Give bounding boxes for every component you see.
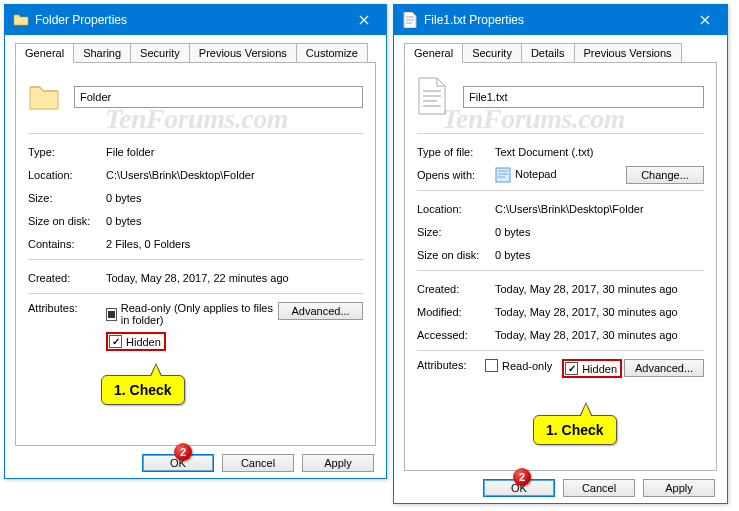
file-properties-dialog: File1.txt Properties General Security De… (393, 4, 728, 504)
separator (417, 190, 704, 191)
value-location: C:\Users\Brink\Desktop\Folder (495, 203, 704, 215)
value-type: File folder (106, 146, 363, 158)
change-button[interactable]: Change... (626, 166, 704, 184)
label-location: Location: (417, 203, 495, 215)
hidden-checkbox[interactable]: Hidden (109, 335, 161, 348)
value-accessed: Today, May 28, 2017, 30 minutes ago (495, 329, 704, 341)
value-contains: 2 Files, 0 Folders (106, 238, 363, 250)
label-type: Type: (28, 146, 106, 158)
label-attributes: Attributes: (28, 302, 106, 314)
tab-security[interactable]: Security (130, 43, 190, 62)
label-modified: Modified: (417, 306, 495, 318)
tab-previous-versions[interactable]: Previous Versions (189, 43, 297, 62)
folder-properties-dialog: Folder Properties General Sharing Securi… (4, 4, 387, 479)
label-attributes: Attributes: (417, 359, 485, 371)
separator (28, 133, 363, 134)
tab-panel-general: Type of file:Text Document (.txt) Opens … (404, 62, 717, 471)
value-modified: Today, May 28, 2017, 30 minutes ago (495, 306, 704, 318)
tab-general[interactable]: General (404, 43, 463, 63)
name-input[interactable] (74, 86, 363, 108)
value-type-of-file: Text Document (.txt) (495, 146, 704, 158)
step-2-badge: 2 (174, 443, 192, 461)
apply-button[interactable]: Apply (643, 479, 715, 497)
value-opens-with: Notepad (495, 167, 626, 183)
cancel-button[interactable]: Cancel (563, 479, 635, 497)
close-button[interactable] (682, 5, 727, 35)
value-size: 0 bytes (495, 226, 704, 238)
step-2-badge: 2 (513, 468, 531, 486)
checkbox-indeterminate-icon (106, 308, 117, 321)
tab-details[interactable]: Details (521, 43, 575, 62)
folder-large-icon (28, 77, 60, 117)
value-size-on-disk: 0 bytes (495, 249, 704, 261)
text-file-icon (402, 12, 418, 28)
value-size: 0 bytes (106, 192, 363, 204)
label-size-on-disk: Size on disk: (28, 215, 106, 227)
hidden-label: Hidden (126, 336, 161, 348)
checkbox-checked-icon (109, 335, 122, 348)
checkbox-empty-icon (485, 359, 498, 372)
tab-sharing[interactable]: Sharing (73, 43, 131, 62)
label-contains: Contains: (28, 238, 106, 250)
window-title: File1.txt Properties (424, 13, 524, 27)
separator (417, 350, 704, 351)
notepad-icon (495, 167, 511, 183)
label-size: Size: (417, 226, 495, 238)
separator (417, 133, 704, 134)
tab-general[interactable]: General (15, 43, 74, 63)
separator (417, 270, 704, 271)
folder-icon (13, 12, 29, 28)
readonly-checkbox[interactable]: Read-only (Only applies to files in fold… (106, 302, 278, 326)
svg-rect-0 (496, 168, 510, 182)
label-location: Location: (28, 169, 106, 181)
label-accessed: Accessed: (417, 329, 495, 341)
readonly-label: Read-only (Only applies to files in fold… (121, 302, 278, 326)
tabs: General Sharing Security Previous Versio… (15, 43, 376, 62)
titlebar: File1.txt Properties (394, 5, 727, 35)
readonly-checkbox[interactable]: Read-only (485, 359, 552, 372)
window-title: Folder Properties (35, 13, 127, 27)
tab-customize[interactable]: Customize (296, 43, 368, 62)
callout-check: 1. Check (101, 375, 185, 405)
label-size-on-disk: Size on disk: (417, 249, 495, 261)
hidden-label: Hidden (582, 363, 617, 375)
callout-check: 1. Check (533, 415, 617, 445)
name-input[interactable] (463, 86, 704, 108)
tab-security[interactable]: Security (462, 43, 522, 62)
label-size: Size: (28, 192, 106, 204)
value-created: Today, May 28, 2017, 22 minutes ago (106, 272, 363, 284)
close-button[interactable] (341, 5, 386, 35)
apply-button[interactable]: Apply (302, 454, 374, 472)
value-created: Today, May 28, 2017, 30 minutes ago (495, 283, 704, 295)
label-created: Created: (417, 283, 495, 295)
text-file-large-icon (417, 77, 449, 117)
tabs: General Security Details Previous Versio… (404, 43, 717, 62)
hidden-highlight: Hidden (106, 332, 166, 351)
hidden-checkbox[interactable]: Hidden (565, 362, 617, 375)
value-location: C:\Users\Brink\Desktop\Folder (106, 169, 363, 181)
value-size-on-disk: 0 bytes (106, 215, 363, 227)
advanced-button[interactable]: Advanced... (278, 302, 363, 320)
hidden-highlight: Hidden (562, 359, 622, 378)
separator (28, 259, 363, 260)
checkbox-checked-icon (565, 362, 578, 375)
tab-previous-versions[interactable]: Previous Versions (574, 43, 682, 62)
advanced-button[interactable]: Advanced... (624, 359, 704, 377)
label-type-of-file: Type of file: (417, 146, 495, 158)
label-opens-with: Opens with: (417, 169, 495, 181)
label-created: Created: (28, 272, 106, 284)
titlebar: Folder Properties (5, 5, 386, 35)
tab-panel-general: Type:File folder Location:C:\Users\Brink… (15, 62, 376, 446)
readonly-label: Read-only (502, 360, 552, 372)
cancel-button[interactable]: Cancel (222, 454, 294, 472)
separator (28, 293, 363, 294)
